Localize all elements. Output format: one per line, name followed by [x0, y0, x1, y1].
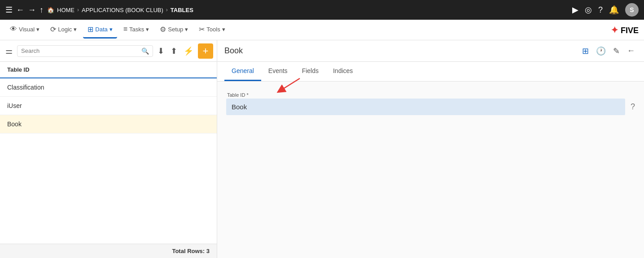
menu-item-logic[interactable]: ⟳ Logic ▾ — [46, 22, 81, 39]
menu-label-setup: Setup — [168, 26, 183, 33]
table-row-selected[interactable]: Book — [0, 115, 217, 133]
download-icon[interactable]: ⬇ — [156, 44, 166, 58]
menu-item-tasks[interactable]: ≡ Tasks ▾ — [119, 22, 154, 38]
table-id-label: Table ID * — [226, 92, 625, 98]
search-global-icon[interactable]: ◎ — [585, 5, 592, 15]
visual-icon: 👁 — [10, 25, 17, 33]
top-nav-bar: ☰ ← → ↑ 🏠 HOME › APPLICATIONS (BOOK CLUB… — [0, 0, 644, 20]
search-magnifier-icon: 🔍 — [141, 47, 149, 55]
table-id-input[interactable] — [226, 99, 625, 115]
table-row[interactable]: Classification — [0, 78, 217, 97]
setup-icon: ⚙ — [160, 25, 166, 34]
tables-label: TABLES — [171, 7, 193, 13]
tasks-icon: ≡ — [123, 25, 127, 33]
setup-dropdown-icon: ▾ — [185, 26, 188, 33]
forward-button[interactable]: → — [28, 5, 36, 15]
tasks-dropdown-icon: ▾ — [146, 26, 149, 33]
search-input[interactable] — [21, 47, 139, 54]
menu-item-setup[interactable]: ⚙ Setup ▾ — [155, 22, 193, 39]
table-list: Table ID Classification iUser Book — [0, 62, 217, 244]
menu-item-data[interactable]: ⊞ Data ▾ — [83, 22, 117, 39]
app-label[interactable]: APPLICATIONS (BOOK CLUB) — [82, 7, 163, 13]
back-arrow-icon[interactable]: ← — [625, 44, 637, 57]
table-row-label: iUser — [7, 102, 22, 109]
table-footer: Total Rows: 3 — [0, 244, 217, 258]
table-row-label: Classification — [7, 84, 44, 91]
breadcrumb: 🏠 HOME › APPLICATIONS (BOOK CLUB) › TABL… — [47, 7, 193, 13]
menu-label-tools: Tools — [206, 26, 220, 33]
up-button[interactable]: ↑ — [39, 5, 44, 15]
tools-icon: ✂ — [199, 25, 205, 34]
search-wrapper: 🔍 — [17, 45, 153, 57]
grid-view-icon[interactable]: ⊞ — [580, 44, 591, 58]
main-layout: ⚌ 🔍 ⬇ ⬆ ⚡ + Table ID Classification — [0, 40, 644, 258]
breadcrumb-sep-1: › — [77, 7, 79, 13]
left-toolbar: ⚌ 🔍 ⬇ ⬆ ⚡ + — [0, 40, 217, 62]
app-container: ☰ ← → ↑ 🏠 HOME › APPLICATIONS (BOOK CLUB… — [0, 0, 644, 258]
visual-dropdown-icon: ▾ — [36, 26, 39, 33]
menu-label-data: Data — [95, 26, 107, 33]
notification-bell-icon[interactable]: 🔔 — [609, 5, 619, 15]
table-id-header-label: Table ID — [7, 66, 30, 73]
logo-star: ✦ — [611, 25, 618, 35]
hamburger-menu-icon[interactable]: ☰ — [5, 5, 13, 15]
table-id-field-row: Table ID * ? — [226, 92, 635, 115]
tab-general-label: General — [232, 67, 254, 74]
table-id-field-group: Table ID * — [226, 92, 625, 115]
tab-fields-label: Fields — [302, 67, 319, 74]
tab-content-general: Table ID * ? — [217, 82, 644, 258]
edit-icon[interactable]: ✎ — [611, 44, 622, 58]
logic-dropdown-icon: ▾ — [74, 26, 77, 33]
tabs-bar: General Events Fields Indices — [217, 62, 644, 82]
right-actions: ⊞ 🕐 ✎ ← — [580, 44, 637, 58]
menu-label-visual: Visual — [19, 26, 35, 33]
table-row[interactable]: iUser — [0, 97, 217, 115]
history-icon[interactable]: 🕐 — [594, 44, 608, 58]
right-panel: Book ⊞ 🕐 ✎ ← General Events Fields — [217, 40, 644, 258]
home-label[interactable]: HOME — [57, 7, 74, 13]
five-logo: ✦ FIVE — [611, 25, 639, 35]
play-icon[interactable]: ▶ — [572, 5, 578, 15]
breadcrumb-sep-2: › — [166, 7, 168, 13]
data-icon: ⊞ — [88, 25, 93, 34]
back-button[interactable]: ← — [16, 5, 24, 15]
table-column-header: Table ID — [0, 62, 217, 78]
user-avatar[interactable]: S — [625, 3, 639, 17]
field-help-icon[interactable]: ? — [631, 102, 635, 112]
help-icon[interactable]: ? — [598, 5, 603, 15]
logic-icon: ⟳ — [50, 25, 56, 34]
total-rows-label: Total Rows: 3 — [172, 248, 210, 254]
lightning-icon[interactable]: ⚡ — [182, 44, 195, 58]
tab-fields[interactable]: Fields — [295, 62, 326, 81]
tab-events-label: Events — [268, 67, 288, 74]
logo-text: FIVE — [621, 26, 639, 35]
logo-area: ✦ FIVE — [611, 25, 639, 35]
menu-bar: 👁 Visual ▾ ⟳ Logic ▾ ⊞ Data ▾ ≡ Tasks ▾ … — [0, 20, 644, 40]
tools-dropdown-icon: ▾ — [222, 26, 225, 33]
upload-icon[interactable]: ⬆ — [169, 44, 179, 58]
add-button[interactable]: + — [198, 43, 213, 59]
left-panel: ⚌ 🔍 ⬇ ⬆ ⚡ + Table ID Classification — [0, 40, 217, 258]
menu-label-logic: Logic — [58, 26, 72, 33]
filter-icon[interactable]: ⚌ — [4, 44, 14, 58]
tab-indices-label: Indices — [333, 67, 353, 74]
menu-label-tasks: Tasks — [129, 26, 144, 33]
home-icon: 🏠 — [47, 7, 54, 13]
tab-events[interactable]: Events — [261, 62, 295, 81]
right-panel-title: Book — [224, 46, 580, 56]
menu-item-tools[interactable]: ✂ Tools ▾ — [194, 22, 229, 39]
right-header: Book ⊞ 🕐 ✎ ← — [217, 40, 644, 62]
tab-indices[interactable]: Indices — [326, 62, 360, 81]
table-row-label: Book — [7, 120, 22, 128]
menu-item-visual[interactable]: 👁 Visual ▾ — [5, 22, 44, 38]
tab-general[interactable]: General — [224, 62, 261, 81]
data-dropdown-icon: ▾ — [110, 26, 113, 33]
